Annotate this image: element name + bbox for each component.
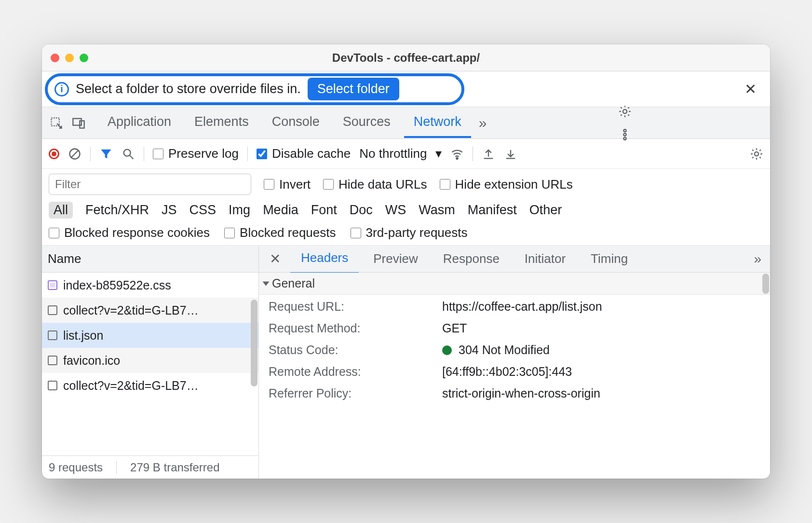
request-row[interactable]: collect?v=2&tid=G-LB7… (42, 298, 258, 323)
detail-tab-preview[interactable]: Preview (363, 245, 428, 273)
status-requests: 9 requests (49, 461, 103, 474)
scrollbar-thumb[interactable] (762, 274, 769, 294)
value-request-method: GET (442, 321, 760, 335)
more-tabs-icon[interactable]: » (479, 115, 487, 131)
search-icon[interactable] (122, 147, 135, 161)
tab-sources[interactable]: Sources (333, 108, 400, 138)
label-referrer-policy: Referrer Policy: (269, 386, 442, 400)
label-remote-address: Remote Address: (269, 365, 442, 379)
type-filter-css[interactable]: CSS (189, 203, 217, 218)
inspect-icon[interactable] (47, 116, 66, 130)
type-filter-other[interactable]: Other (529, 203, 562, 218)
divider (90, 147, 91, 161)
detail-tab-response[interactable]: Response (433, 245, 510, 273)
value-referrer-policy: strict-origin-when-cross-origin (442, 386, 760, 400)
status-bar: 9 requests 279 B transferred (42, 455, 258, 479)
request-row[interactable]: index-b859522e.css (42, 273, 258, 298)
file-icon (48, 356, 57, 365)
invert-checkbox[interactable]: Invert (264, 177, 311, 192)
hide-data-urls-checkbox[interactable]: Hide data URLs (323, 177, 427, 192)
blocked-requests-checkbox[interactable]: Blocked requests (224, 225, 336, 240)
section-title: General (272, 276, 315, 290)
type-filter-row: All Fetch/XHR JS CSS Img Media Font Doc … (49, 202, 763, 219)
svg-point-9 (457, 157, 458, 159)
section-general-header[interactable]: General (259, 273, 770, 295)
preserve-log-checkbox[interactable]: Preserve log (153, 146, 239, 161)
type-filter-ws[interactable]: WS (385, 203, 406, 218)
network-conditions-icon[interactable] (450, 147, 464, 161)
minimize-window-dot[interactable] (65, 54, 74, 62)
detail-panel: ✕ Headers Preview Response Initiator Tim… (259, 246, 770, 479)
request-row[interactable]: list.json (42, 323, 258, 348)
requests-header[interactable]: Name (42, 246, 258, 273)
detail-tab-initiator[interactable]: Initiator (514, 245, 576, 273)
type-filter-media[interactable]: Media (263, 203, 298, 218)
tab-application[interactable]: Application (98, 108, 181, 138)
detail-tab-headers[interactable]: Headers (290, 244, 359, 274)
type-filter-wasm[interactable]: Wasm (419, 203, 455, 218)
tab-bar: Application Elements Console Sources Net… (42, 107, 770, 139)
network-settings-icon[interactable] (750, 147, 763, 161)
type-filter-js[interactable]: JS (162, 203, 177, 218)
svg-point-4 (624, 129, 626, 132)
request-row[interactable]: collect?v=2&tid=G-LB7… (42, 373, 258, 398)
main-tabs: Application Elements Console Sources Net… (98, 108, 471, 138)
select-folder-button[interactable]: Select folder (308, 78, 399, 100)
request-name: list.json (63, 329, 103, 343)
tab-network[interactable]: Network (404, 108, 471, 138)
label-status-code: Status Code: (269, 343, 442, 357)
request-name: favicon.ico (63, 354, 120, 368)
upload-har-icon[interactable] (482, 147, 495, 161)
request-row[interactable]: favicon.ico (42, 348, 258, 373)
clear-icon[interactable] (68, 147, 81, 161)
value-request-url: https://coffee-cart.app/list.json (442, 300, 760, 314)
disable-cache-checkbox[interactable]: Disable cache (257, 146, 351, 161)
requests-list[interactable]: index-b859522e.css collect?v=2&tid=G-LB7… (42, 273, 258, 455)
throttling-value: No throttling (359, 146, 427, 161)
preserve-log-label: Preserve log (168, 146, 239, 161)
blocked-cookies-checkbox[interactable]: Blocked response cookies (49, 225, 210, 240)
close-infobar-icon[interactable]: ✕ (744, 81, 763, 97)
filter-input[interactable] (49, 174, 251, 195)
value-remote-address: [64:ff9b::4b02:3c05]:443 (442, 365, 760, 379)
svg-point-8 (124, 149, 131, 156)
throttling-select[interactable]: No throttling ▾ (359, 146, 442, 161)
filter-funnel-icon[interactable] (99, 147, 113, 161)
device-toggle-icon[interactable] (69, 116, 88, 130)
third-party-checkbox[interactable]: 3rd-party requests (351, 225, 468, 240)
general-grid: Request URL: https://coffee-cart.app/lis… (259, 295, 770, 405)
tab-elements[interactable]: Elements (185, 108, 258, 138)
zoom-window-dot[interactable] (80, 54, 88, 62)
type-filter-img[interactable]: Img (229, 203, 250, 218)
window-title: DevTools - coffee-cart.app/ (42, 51, 770, 65)
chevron-down-icon: ▾ (435, 146, 442, 161)
detail-tab-timing[interactable]: Timing (580, 245, 638, 273)
file-icon (48, 305, 57, 315)
tab-console[interactable]: Console (262, 108, 329, 138)
file-icon (48, 381, 57, 390)
close-detail-icon[interactable]: ✕ (264, 251, 286, 267)
download-har-icon[interactable] (504, 147, 517, 161)
record-icon[interactable] (49, 149, 59, 159)
disclosure-triangle-icon (263, 281, 270, 286)
filter-bar: Invert Hide data URLs Hide extension URL… (42, 169, 770, 246)
type-filter-all[interactable]: All (49, 202, 73, 219)
type-filter-manifest[interactable]: Manifest (468, 203, 517, 218)
hide-extension-urls-checkbox[interactable]: Hide extension URLs (440, 177, 573, 192)
type-filter-fetch[interactable]: Fetch/XHR (85, 203, 149, 218)
disable-cache-label: Disable cache (272, 146, 351, 161)
divider (247, 147, 248, 161)
type-filter-font[interactable]: Font (311, 203, 337, 218)
type-filter-doc[interactable]: Doc (350, 203, 373, 218)
status-transferred: 279 B transferred (130, 461, 219, 474)
label-request-url: Request URL: (269, 300, 442, 314)
devtools-window: DevTools - coffee-cart.app/ i Select a f… (42, 44, 770, 479)
svg-point-10 (755, 151, 758, 155)
scrollbar-thumb[interactable] (251, 300, 257, 386)
divider (116, 461, 117, 474)
request-name: collect?v=2&tid=G-LB7… (63, 303, 199, 317)
divider (473, 147, 473, 161)
svg-point-5 (624, 133, 626, 136)
close-window-dot[interactable] (51, 54, 59, 62)
more-detail-tabs-icon[interactable]: » (754, 251, 765, 267)
